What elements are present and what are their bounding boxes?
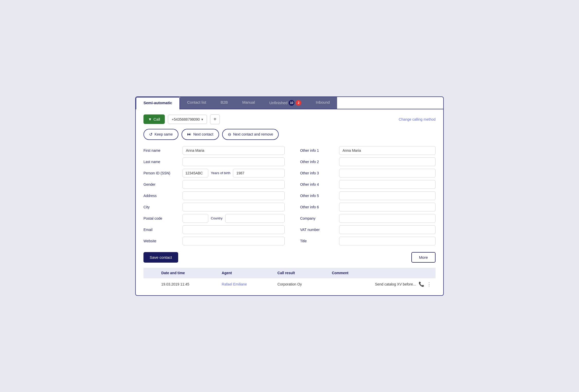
next-contact-remove-icon: ⊖ (228, 132, 231, 137)
first-name-label: First name (143, 148, 179, 153)
phone-history-icon[interactable]: 📞 (419, 281, 424, 287)
address-input[interactable] (183, 191, 285, 200)
history-col-comment: Comment (328, 268, 436, 278)
city-input[interactable] (183, 203, 285, 211)
other-info-1-input[interactable] (339, 146, 436, 155)
tabs-container: Semi-automatic Contact list B2B Manual U… (136, 97, 443, 109)
other-info-3-label: Other info 3 (300, 171, 336, 175)
tab-semi-automatic[interactable]: Semi-automatic (136, 97, 180, 109)
action-buttons: ↺ Keep same ⏭ Next contact ⊖ Next contac… (143, 129, 436, 140)
tab-contact-list[interactable]: Contact list (180, 97, 213, 109)
tab-inbound[interactable]: Inbound (309, 97, 337, 109)
title-input[interactable] (339, 237, 436, 245)
phone-number-select[interactable]: +5435688798090 ▾ (168, 115, 207, 124)
form-row-gender: Gender (143, 180, 285, 189)
phone-number-value: +5435688798090 (172, 117, 200, 121)
next-contact-button[interactable]: ⏭ Next contact (182, 129, 219, 140)
first-name-input[interactable] (183, 146, 285, 155)
country-input[interactable] (225, 214, 285, 223)
person-id-input[interactable] (183, 169, 208, 177)
other-info-5-input[interactable] (339, 191, 436, 200)
other-info-2-label: Other info 2 (300, 160, 336, 164)
change-calling-link[interactable]: Change calling method (399, 117, 436, 121)
person-id-label: Person ID (SSN) (143, 171, 179, 175)
years-of-birth-input[interactable] (233, 169, 285, 177)
email-input[interactable] (183, 225, 285, 234)
keep-same-label: Keep same (155, 132, 173, 136)
other-info-6-input[interactable] (339, 203, 436, 211)
form-row-email: Email (143, 225, 285, 234)
company-label: Company (300, 216, 336, 220)
form-row-title: Title (300, 237, 436, 245)
tab-manual[interactable]: Manual (235, 97, 262, 109)
years-of-birth-label: Years of birth (211, 171, 230, 175)
history-call-result: Corporation Oy (273, 278, 328, 290)
form-grid: First name Last name Person ID (SSN) Yea… (143, 146, 436, 248)
history-table: Date and time Agent Call result Comment … (143, 268, 436, 290)
gender-input[interactable] (183, 180, 285, 189)
chevron-down-icon: ▾ (201, 117, 203, 121)
history-comment-text: Send catalog XV before... (375, 282, 416, 286)
form-row-postal-code: Postal code Country (143, 214, 285, 223)
form-row-other-info-5: Other info 5 (300, 191, 436, 200)
form-row-other-info-2: Other info 2 (300, 157, 436, 166)
call-label: Call (153, 117, 160, 121)
tab-unfinished-label: Unfinished (269, 101, 287, 105)
next-contact-icon: ⏭ (187, 132, 191, 137)
keep-same-button[interactable]: ↺ Keep same (143, 129, 178, 140)
form-row-other-info-6: Other info 6 (300, 203, 436, 211)
website-input[interactable] (183, 237, 285, 245)
tab-b2b[interactable]: B2B (213, 97, 235, 109)
form-row-last-name: Last name (143, 157, 285, 166)
other-info-4-label: Other info 4 (300, 182, 336, 186)
gender-label: Gender (143, 182, 179, 186)
form-row-vat-number: VAT number (300, 225, 436, 234)
history-col-empty (143, 268, 157, 278)
content-area: ▼ Call +5435688798090 ▾ + Change calling… (136, 109, 443, 295)
unfinished-badge-10: 10 (289, 100, 294, 106)
form-row-person-id: Person ID (SSN) Years of birth (143, 169, 285, 177)
next-contact-remove-label: Next contact and remove (233, 132, 273, 136)
form-row-first-name: First name (143, 146, 285, 155)
other-info-2-input[interactable] (339, 157, 436, 166)
call-button[interactable]: ▼ Call (143, 114, 165, 124)
history-col-agent: Agent (218, 268, 273, 278)
other-info-3-input[interactable] (339, 169, 436, 177)
add-phone-button[interactable]: + (210, 114, 220, 124)
last-name-input[interactable] (183, 157, 285, 166)
history-col-date-time: Date and time (157, 268, 218, 278)
form-row-address: Address (143, 191, 285, 200)
website-label: Website (143, 239, 179, 243)
save-contact-button[interactable]: Save contact (143, 252, 178, 263)
bottom-actions: Save contact More (143, 252, 436, 263)
last-name-label: Last name (143, 160, 179, 164)
other-info-4-input[interactable] (339, 180, 436, 189)
next-contact-label: Next contact (193, 132, 213, 136)
vat-number-label: VAT number (300, 228, 336, 232)
form-left-section: First name Last name Person ID (SSN) Yea… (143, 146, 285, 248)
person-id-group: Years of birth (183, 169, 285, 177)
other-info-1-label: Other info 1 (300, 148, 336, 153)
next-contact-remove-button[interactable]: ⊖ Next contact and remove (222, 129, 279, 140)
form-row-other-info-1: Other info 1 (300, 146, 436, 155)
more-history-icon[interactable]: ⋮ (427, 281, 431, 287)
form-right-section: Other info 1 Other info 2 Other info 3 O… (300, 146, 436, 248)
history-comment: Send catalog XV before... 📞 ⋮ (328, 278, 436, 290)
main-container: Semi-automatic Contact list B2B Manual U… (135, 96, 444, 296)
history-header-row: Date and time Agent Call result Comment (143, 268, 436, 278)
title-label: Title (300, 239, 336, 243)
form-row-city: City (143, 203, 285, 211)
toolbar: ▼ Call +5435688798090 ▾ + Change calling… (143, 114, 436, 124)
form-row-other-info-4: Other info 4 (300, 180, 436, 189)
history-col-call-result: Call result (273, 268, 328, 278)
history-agent[interactable]: Rafael Emiliane (218, 278, 273, 290)
history-row-empty (143, 278, 157, 290)
vat-number-input[interactable] (339, 225, 436, 234)
country-label: Country (211, 216, 223, 220)
company-input[interactable] (339, 214, 436, 223)
keep-same-icon: ↺ (149, 132, 152, 137)
more-button[interactable]: More (411, 252, 436, 263)
postal-code-input[interactable] (183, 214, 208, 223)
tab-unfinished[interactable]: Unfinished 10 2 (262, 97, 309, 109)
table-row: 19.03.2019 11:45 Rafael Emiliane Corpora… (143, 278, 436, 290)
